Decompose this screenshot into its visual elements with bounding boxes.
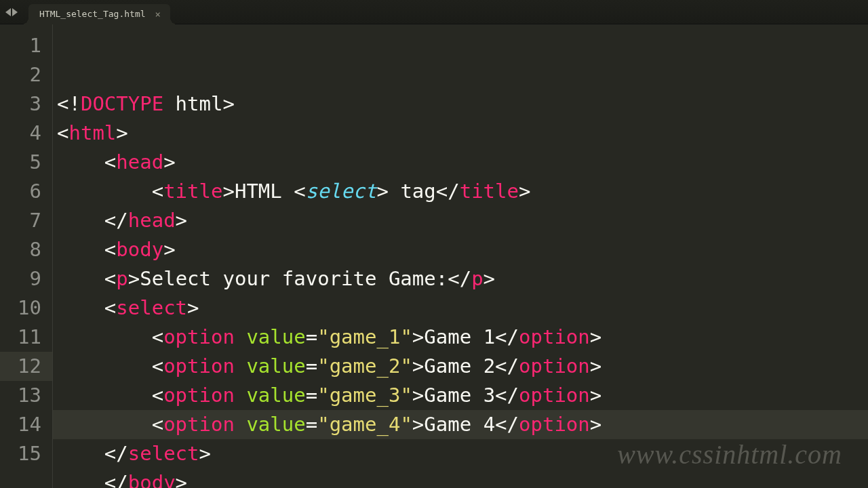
token-pun: <	[152, 354, 163, 378]
token-str: "game_4"	[317, 413, 412, 436]
history-forward-icon[interactable]	[12, 8, 18, 16]
code-line[interactable]: <title>HTML <select> tag</title>	[53, 177, 868, 206]
history-back-icon[interactable]	[5, 8, 11, 16]
token-tag: p	[116, 267, 127, 290]
token-pun: <	[104, 296, 116, 319]
token-pun: <	[57, 121, 68, 144]
token-pun: =	[306, 354, 317, 378]
token-pun: </	[104, 442, 128, 465]
token-pun: </	[495, 384, 519, 407]
token-tag: option	[163, 325, 235, 348]
token-tag: head	[116, 150, 163, 174]
token-pun: </	[495, 413, 519, 436]
token-pun: >	[484, 267, 495, 290]
token-pun: >	[163, 238, 175, 261]
token-pun: >	[590, 354, 601, 378]
token-pun: >	[412, 354, 424, 378]
token-txt	[235, 384, 246, 407]
token-pun: >	[176, 209, 187, 232]
line-number: 1	[0, 31, 52, 60]
token-txt: html	[163, 92, 222, 115]
token-txt	[235, 413, 246, 436]
token-tag: option	[163, 354, 235, 378]
line-number: 3	[0, 89, 52, 119]
code-line[interactable]: <!DOCTYPE html>	[53, 89, 868, 119]
code-line[interactable]: <p>Select your favorite Game:</p>	[53, 264, 868, 293]
line-number: 8	[0, 235, 52, 264]
token-pun: >	[116, 121, 127, 144]
token-pun: <!	[57, 92, 81, 115]
code-line[interactable]: <head>	[53, 148, 868, 177]
token-str: "game_1"	[317, 325, 412, 348]
token-kw: select	[306, 180, 377, 203]
token-tag: option	[519, 354, 590, 378]
token-pun: </	[104, 209, 128, 232]
token-pun: >	[412, 325, 424, 348]
code-line[interactable]: </select>	[53, 439, 868, 468]
token-pun: <	[152, 384, 163, 407]
line-number-gutter: 123456789101112131415	[0, 24, 53, 488]
token-tag: body	[116, 238, 163, 261]
token-pun: >	[128, 267, 140, 290]
token-pun: >	[199, 442, 211, 465]
token-txt: Select your favorite Game:	[140, 267, 448, 290]
token-pun: >	[590, 325, 601, 348]
token-pun: >	[519, 180, 530, 203]
line-number: 12	[0, 352, 52, 381]
token-pun: >	[222, 92, 234, 115]
file-tab[interactable]: HTML_select_Tag.html ×	[28, 4, 170, 24]
code-line[interactable]: <html>	[53, 119, 868, 148]
token-txt: Game 4	[424, 413, 495, 436]
code-line[interactable]: <option value="game_1">Game 1</option>	[53, 323, 868, 352]
token-tag: select	[128, 442, 199, 465]
titlebar: HTML_select_Tag.html ×	[0, 0, 868, 24]
token-pun: =	[306, 384, 317, 407]
line-number: 13	[0, 381, 52, 410]
token-pun: <	[104, 150, 116, 174]
line-number: 4	[0, 119, 52, 148]
token-tag: option	[519, 413, 590, 436]
token-pun: >	[412, 384, 424, 407]
token-tag: title	[163, 180, 222, 203]
close-icon[interactable]: ×	[155, 9, 161, 20]
token-pun: =	[306, 413, 317, 436]
token-txt	[235, 325, 246, 348]
token-attr: value	[246, 384, 305, 407]
token-str: "game_3"	[317, 384, 412, 407]
line-number: 2	[0, 60, 52, 89]
code-line[interactable]: <option value="game_3">Game 3</option>	[53, 381, 868, 410]
token-txt: Game 2	[424, 354, 495, 378]
token-pun: </	[495, 354, 519, 378]
token-pun: =	[306, 325, 317, 348]
token-txt	[235, 354, 246, 378]
token-txt: Game 1	[424, 325, 495, 348]
code-line[interactable]: </head>	[53, 206, 868, 235]
token-pun: </	[448, 267, 471, 290]
token-txt: Game 3	[424, 384, 495, 407]
line-number: 5	[0, 148, 52, 177]
token-str: "game_2"	[317, 354, 412, 378]
editor: 123456789101112131415 <!DOCTYPE html><ht…	[0, 24, 868, 488]
code-area[interactable]: <!DOCTYPE html><html> <head> <title>HTML…	[53, 24, 868, 488]
tab-filename: HTML_select_Tag.html	[39, 9, 146, 19]
code-line[interactable]: <body>	[53, 235, 868, 264]
code-line[interactable]: <option value="game_2">Game 2</option>	[53, 352, 868, 381]
token-pun: </	[495, 325, 519, 348]
code-line[interactable]: <option value="game_4">Game 4</option>	[53, 410, 868, 439]
code-line[interactable]: </body>	[53, 468, 868, 488]
token-tag: head	[128, 209, 176, 232]
line-number: 14	[0, 410, 52, 439]
token-tag: p	[471, 267, 483, 290]
token-txt: > tag	[376, 180, 435, 203]
token-pun: <	[104, 238, 116, 261]
token-tag: option	[519, 384, 590, 407]
token-tag: body	[128, 471, 176, 488]
token-pun: <	[152, 325, 163, 348]
token-txt: HTML <	[235, 180, 306, 203]
token-attr: value	[246, 354, 305, 378]
line-number: 10	[0, 293, 52, 323]
code-line[interactable]: <select>	[53, 293, 868, 323]
token-attr: value	[246, 413, 305, 436]
nav-arrows	[0, 8, 23, 16]
token-pun: >	[163, 150, 175, 174]
